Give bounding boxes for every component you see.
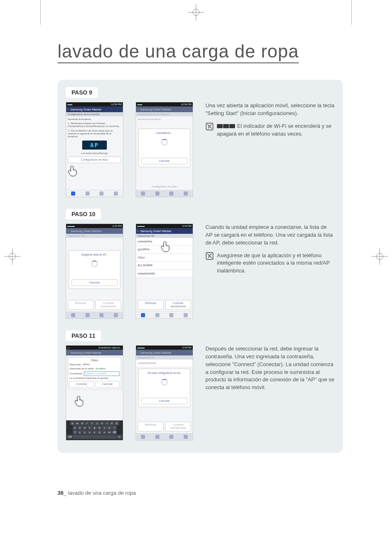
hand-pointer-icon xyxy=(67,165,79,177)
connecting-modal: Conectando... Cancelar xyxy=(138,129,190,167)
step-10-description: Cuando la unidad empiece a conectarse, l… xyxy=(205,224,334,247)
refresh-button[interactable]: Refrescar xyxy=(138,300,164,310)
content-panel: PASO 9 ▬▬12:50 PM ‹Samsung Smart Washer … xyxy=(58,80,343,453)
note-icon xyxy=(205,122,214,131)
start-config-button[interactable]: Configuración de inicio xyxy=(68,157,121,163)
step-10-screenshot-left: ▬▬▬2:44 PM ‹Samsung Smart Washer Selecci… xyxy=(66,224,123,319)
step-9-pill: PASO 9 xyxy=(66,87,98,98)
step-9-note: El indicador de Wi-Fi se encenderá y se … xyxy=(217,122,334,138)
cancel-button[interactable]: Cancelar xyxy=(95,381,120,387)
step-10-note: Asegúrese de que la aplicación y el telé… xyxy=(217,252,334,275)
cancel-button[interactable]: Cancelar xyxy=(71,279,118,286)
page-title: lavado de una carga de ropa xyxy=(58,41,299,63)
cancel-button[interactable]: Cancelar xyxy=(141,158,187,164)
configuring-modal: Se está configurando la red. Cancelar xyxy=(138,369,190,407)
step-9-screenshot-left: ▬▬12:50 PM ‹Samsung Smart Washer Configu… xyxy=(66,102,123,197)
step-11-screenshot-left: ▢Guardando captura... ‹Samsung Smart Was… xyxy=(66,345,123,440)
ap-item[interactable]: ALLSHARE xyxy=(136,262,193,270)
loading-ap-modal: Cargando lista de AP... Cancelar xyxy=(69,250,120,289)
password-input[interactable]: Ingresar contraseña xyxy=(84,371,120,376)
ap-item[interactable]: Cisco xyxy=(136,254,193,262)
step-11: PASO 11 ▢Guardando captura... ‹Samsung S… xyxy=(66,330,334,440)
connect-direct-button[interactable]: Conectar directamente xyxy=(165,300,191,310)
step-9-description: Una vez abierta la aplicación móvil, sel… xyxy=(205,102,334,118)
hand-pointer-icon xyxy=(74,395,86,407)
step-11-pill: PASO 11 xyxy=(66,330,101,341)
spinner-icon xyxy=(161,379,168,385)
page-number: 38 xyxy=(58,490,63,496)
step-9-screenshot-right: ▬▬12:50 PM ‹Samsung Smart Washer Configu… xyxy=(136,102,193,197)
step-11-screenshot-right: ▬▬▬2:44 PM ‹Samsung Smart Washer Selecci… xyxy=(136,345,193,440)
back-icon: ‹ xyxy=(68,108,69,111)
page-footer: 38_ lavado de una carga de ropa xyxy=(58,490,343,496)
step-9: PASO 9 ▬▬12:50 PM ‹Samsung Smart Washer … xyxy=(66,87,334,197)
step-10-screenshot-right: ▬▬▬2:44 PM ‹Samsung Smart Washer Selecci… xyxy=(136,224,193,319)
hand-pointer-icon xyxy=(160,240,172,253)
running-head: lavado de una carga de ropa xyxy=(68,490,136,496)
step-11-description: Después de seleccionar la red, debe ingr… xyxy=(205,345,334,392)
wifi-signal-battery-icons xyxy=(217,122,235,130)
spinner-icon xyxy=(161,139,168,145)
spinner-icon xyxy=(91,261,98,267)
step-10: PASO 10 ▬▬▬2:44 PM ‹Samsung Smart Washer… xyxy=(66,209,334,319)
washer-display-ap: AP xyxy=(82,141,107,150)
ap-item[interactable]: ureadymobile xyxy=(136,270,193,278)
note-icon xyxy=(205,252,214,260)
on-screen-keyboard[interactable]: qwertyuiop asdfghjkl ⇧zxcvbnm⌫ 123↵ xyxy=(66,420,123,440)
connect-button[interactable]: Conectar xyxy=(69,381,94,387)
cancel-button[interactable]: Cancelar xyxy=(141,398,187,404)
step-10-pill: PASO 10 xyxy=(66,209,101,219)
